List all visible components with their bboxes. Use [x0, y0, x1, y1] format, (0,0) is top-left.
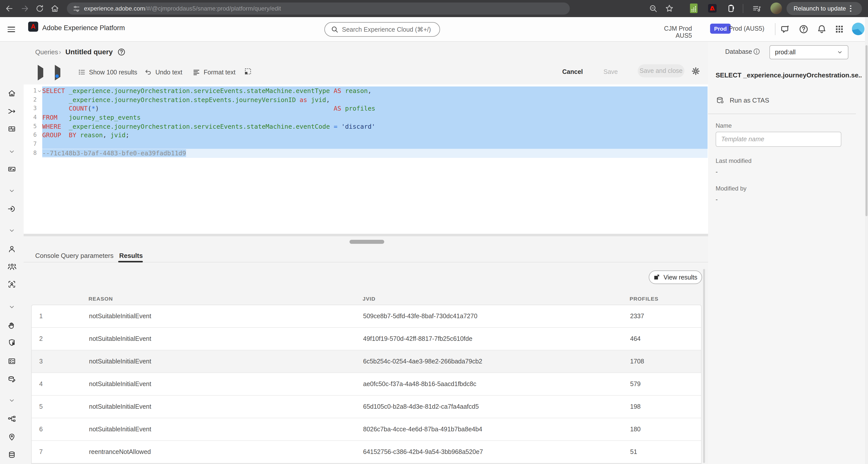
sql-editor[interactable]: 1 2 3 4 5 6 7 8 SELECT _experience.journ…	[24, 85, 708, 234]
page-title: Untitled query	[65, 48, 113, 56]
home-icon	[7, 89, 16, 97]
code-line-4: FROM journey_step_events	[42, 113, 708, 122]
cancel-button[interactable]: Cancel	[562, 68, 583, 75]
chevron-down-icon	[8, 303, 16, 310]
browser-back-icon[interactable]	[5, 4, 14, 13]
browser-menu-icon[interactable]	[850, 5, 851, 12]
user-avatar[interactable]	[852, 23, 865, 35]
breadcrumb-parent[interactable]: Queries	[35, 48, 58, 56]
sidebar-item-locations[interactable]	[3, 428, 20, 445]
sidebar-item-governance[interactable]	[3, 334, 20, 351]
sidebar-item-license[interactable]	[3, 160, 20, 177]
view-results-button[interactable]: View results	[649, 270, 702, 284]
save-button[interactable]: Save	[603, 68, 618, 75]
sidebar-section-chevron-3[interactable]	[3, 222, 20, 239]
code-line-3: COUNT(*) AS profiles	[42, 104, 708, 113]
results-scrollbar[interactable]	[703, 269, 705, 463]
sidebar-item-profiles[interactable]	[3, 240, 20, 257]
table-row[interactable]: 1notSuitableInitialEvent509ce8b7-5dfd-43…	[32, 305, 701, 328]
sidebar-section-chevron-5[interactable]	[3, 392, 20, 409]
url-bar[interactable]: experience.adobe.com/#/@cjmproddaus5/sna…	[67, 2, 570, 14]
query-title: SELECT _experience.journeyOrchestration.…	[716, 71, 862, 79]
notifications-bell-icon[interactable]	[817, 24, 827, 34]
tab-query-parameters[interactable]: Query parameters	[61, 252, 114, 259]
toolbar-separator	[743, 4, 743, 13]
column-header-reason[interactable]: REASON	[89, 296, 113, 302]
sidebar-rail	[0, 42, 24, 464]
ctas-database-icon	[716, 96, 725, 105]
playlist-icon[interactable]	[752, 4, 762, 13]
run-query-button[interactable]	[38, 68, 43, 77]
run-selected-button[interactable]	[55, 68, 60, 77]
tab-console[interactable]: Console	[35, 252, 59, 259]
sidebar-section-chevron-2[interactable]	[3, 182, 20, 199]
fold-chevron-icon[interactable]	[37, 89, 42, 94]
modified-by-value: -	[716, 196, 718, 203]
chevron-down-icon	[8, 147, 16, 155]
sidebar-item-datasets[interactable]	[3, 446, 20, 463]
feedback-icon[interactable]	[780, 24, 790, 34]
pane-splitter[interactable]	[24, 234, 708, 236]
database-select[interactable]: prod:all	[769, 45, 848, 59]
extension-green-icon[interactable]	[690, 3, 698, 13]
app-switcher-icon[interactable]	[835, 25, 844, 34]
hamburger-menu-icon[interactable]	[7, 27, 15, 32]
table-row[interactable]: 4notSuitableInitialEventae0fc50c-f37a-4a…	[32, 373, 701, 396]
table-row[interactable]: 2notSuitableInitialEvent49f10f19-570d-42…	[32, 328, 701, 351]
column-header-jvid[interactable]: JVID	[363, 296, 376, 302]
browser-forward-icon[interactable]	[20, 4, 29, 13]
window-scrollbar[interactable]	[865, 17, 868, 464]
sidebar-item-workflows[interactable]	[3, 103, 20, 120]
table-row[interactable]: 3notSuitableInitialEvent6c5b254c-0254-4a…	[32, 351, 701, 373]
sidebar-section-chevron-4[interactable]	[3, 298, 20, 315]
table-row[interactable]: 5notSuitableInitialEvent65d105c0-b2a8-4d…	[32, 396, 701, 418]
sidebar-item-home[interactable]	[3, 85, 20, 102]
save-and-close-button[interactable]: Save and close	[638, 64, 684, 77]
global-search[interactable]: Search Experience Cloud (⌘+/)	[324, 22, 440, 37]
org-name[interactable]: CJM Prod AUS5	[649, 25, 692, 39]
undo-text-button[interactable]: Undo text	[144, 68, 182, 76]
page-help-icon[interactable]	[117, 48, 126, 56]
column-header-profiles[interactable]: PROFILES	[630, 296, 658, 302]
sidebar-item-sources[interactable]	[3, 200, 20, 217]
browser-profile-avatar[interactable]	[770, 2, 782, 14]
run-as-ctas-button[interactable]: Run as CTAS	[716, 96, 769, 105]
browser-reload-icon[interactable]	[35, 4, 44, 13]
relaunch-button[interactable]: Relaunch to update	[786, 2, 862, 15]
tab-results[interactable]: Results	[119, 252, 143, 259]
scrollbar-thumb[interactable]	[866, 45, 868, 216]
sidebar-item-collections[interactable]	[3, 120, 20, 137]
sidebar-section-chevron-1[interactable]	[3, 143, 20, 160]
show-results-label: Show 100 results	[89, 69, 137, 76]
panel-divider	[708, 113, 856, 114]
adobe-logo: A	[28, 22, 38, 32]
last-modified-value: -	[716, 168, 718, 175]
sidebar-item-audiences[interactable]	[3, 258, 20, 275]
browser-home-icon[interactable]	[50, 4, 59, 13]
format-text-button[interactable]: Format text	[193, 68, 235, 76]
bookmark-star-icon[interactable]	[665, 4, 674, 13]
zoom-out-icon[interactable]	[649, 4, 658, 13]
env-name[interactable]: Prod (AUS5)	[729, 25, 765, 32]
splitter-drag-handle[interactable]	[349, 240, 384, 244]
query-details-panel: Database prod:all SELECT _experience.jou…	[708, 42, 865, 464]
table-row[interactable]: 6notSuitableInitialEvent8026c7ba-4cce-4e…	[32, 418, 701, 441]
sidebar-item-data-prep[interactable]	[3, 370, 20, 388]
sidebar-item-identities[interactable]	[3, 275, 20, 293]
database-info-icon[interactable]	[753, 48, 761, 55]
duplicate-button[interactable]	[243, 67, 252, 76]
show-results-button[interactable]: Show 100 results	[78, 68, 137, 76]
relaunch-label: Relaunch to update	[794, 5, 846, 12]
external-link-icon	[653, 274, 660, 280]
extension-adobe-icon[interactable]	[708, 4, 717, 12]
help-icon[interactable]	[799, 24, 809, 34]
code-line-6: GROUP BY reason, jvid;	[42, 131, 708, 140]
run-as-ctas-label: Run as CTAS	[730, 97, 769, 104]
template-name-input[interactable]	[716, 132, 841, 147]
table-row[interactable]: 7reentranceNotAllowed64152756-c386-42b4-…	[32, 441, 701, 464]
sidebar-item-privacy[interactable]	[3, 317, 20, 334]
sidebar-item-policies[interactable]	[3, 353, 20, 369]
sidebar-item-schemas[interactable]	[3, 410, 20, 427]
extension-icon[interactable]	[726, 3, 736, 13]
settings-gear-icon[interactable]	[691, 67, 700, 75]
